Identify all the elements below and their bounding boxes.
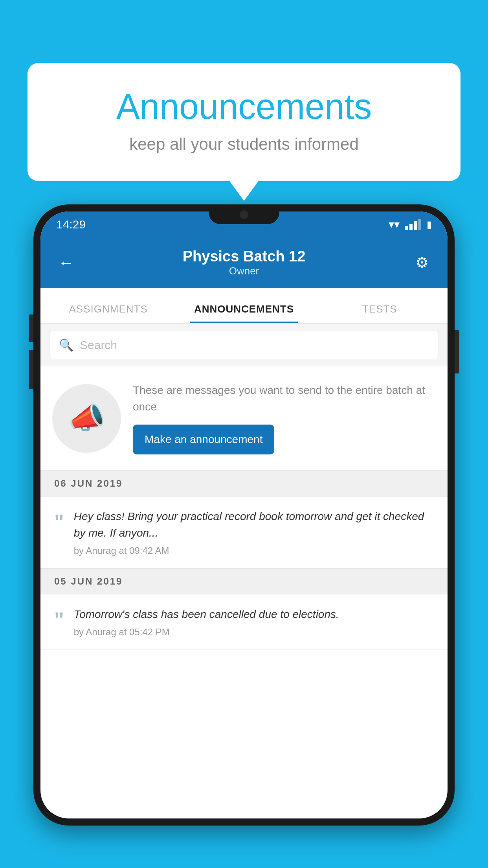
status-icons: ▾▾ ▮: [389, 218, 432, 231]
announcement-content-2: Tomorrow's class has been cancelled due …: [74, 606, 434, 638]
volume-down-button: [29, 350, 33, 389]
announcement-text-1: Hey class! Bring your practical record b…: [74, 508, 434, 541]
volume-up-button: [29, 314, 33, 342]
promo-text-area: These are messages you want to send to t…: [133, 382, 436, 454]
announcement-meta-1: by Anurag at 09:42 AM: [74, 545, 434, 556]
promo-description: These are messages you want to send to t…: [133, 382, 436, 415]
speech-bubble-container: Announcements keep all your students inf…: [28, 63, 460, 181]
header-center: Physics Batch 12 Owner: [78, 248, 410, 277]
power-button: [455, 330, 459, 373]
search-icon: 🔍: [59, 338, 73, 352]
speech-bubble: Announcements keep all your students inf…: [28, 63, 460, 181]
phone-notch: [209, 204, 279, 224]
search-bar[interactable]: 🔍 Search: [49, 331, 439, 359]
settings-button[interactable]: ⚙: [410, 254, 434, 271]
date-divider-jun5: 05 JUN 2019: [40, 568, 448, 594]
quote-icon-2: ": [54, 609, 64, 630]
bubble-title: Announcements: [59, 86, 429, 127]
make-announcement-button[interactable]: Make an announcement: [133, 425, 274, 454]
announcement-content-1: Hey class! Bring your practical record b…: [74, 508, 434, 556]
app-header: ← Physics Batch 12 Owner ⚙: [40, 237, 448, 288]
search-placeholder: Search: [80, 338, 117, 352]
announcement-meta-2: by Anurag at 05:42 PM: [74, 627, 434, 638]
announcement-text-2: Tomorrow's class has been cancelled due …: [74, 606, 434, 623]
date-divider-jun6: 06 JUN 2019: [40, 471, 448, 497]
tab-announcements[interactable]: ANNOUNCEMENTS: [176, 303, 312, 323]
phone-container: 14:29 ▾▾ ▮ ← Physics Batch 12: [33, 204, 455, 868]
camera-lens: [240, 210, 248, 219]
promo-section: 📣 These are messages you want to send to…: [40, 366, 448, 471]
header-subtitle: Owner: [78, 265, 410, 277]
bubble-subtitle: keep all your students informed: [59, 135, 429, 154]
announcement-item-1[interactable]: " Hey class! Bring your practical record…: [40, 497, 448, 568]
battery-icon: ▮: [427, 219, 432, 230]
status-time: 14:29: [56, 218, 86, 231]
header-title: Physics Batch 12: [78, 248, 410, 265]
phone-outer: 14:29 ▾▾ ▮ ← Physics Batch 12: [33, 204, 455, 826]
announcement-item-2[interactable]: " Tomorrow's class has been cancelled du…: [40, 594, 448, 650]
back-button[interactable]: ←: [54, 254, 78, 272]
wifi-icon: ▾▾: [389, 218, 400, 231]
signal-icon: [405, 219, 421, 230]
quote-icon-1: ": [54, 511, 64, 532]
tab-assignments[interactable]: ASSIGNMENTS: [40, 303, 176, 323]
megaphone-icon: 📣: [68, 401, 105, 436]
search-container: 🔍 Search: [40, 324, 448, 366]
promo-icon-circle: 📣: [52, 384, 121, 453]
tabs-bar: ASSIGNMENTS ANNOUNCEMENTS TESTS: [40, 288, 448, 324]
phone-screen: 14:29 ▾▾ ▮ ← Physics Batch 12: [40, 211, 448, 818]
tab-tests[interactable]: TESTS: [312, 303, 448, 323]
